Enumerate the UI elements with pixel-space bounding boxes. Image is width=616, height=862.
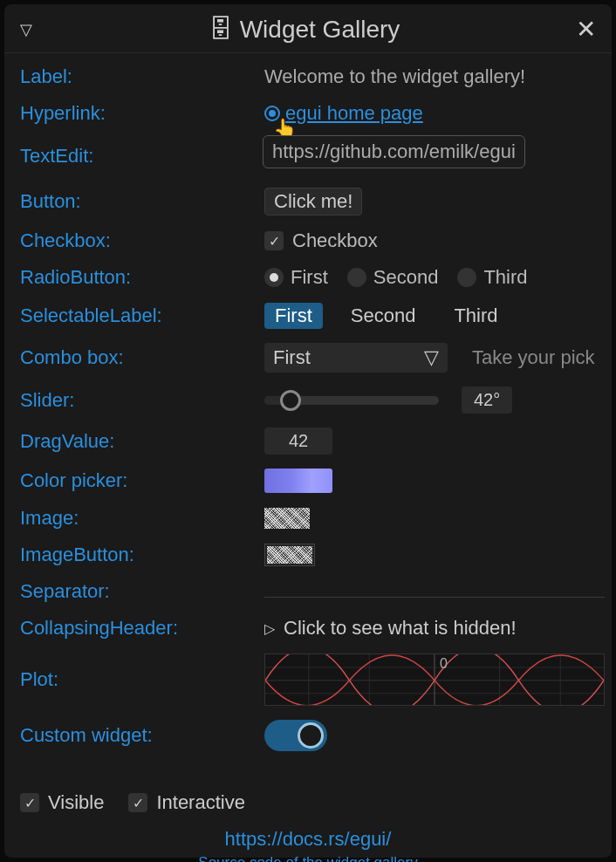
slider-row-name: Slider: — [20, 389, 264, 412]
selectable-first[interactable]: First — [264, 303, 323, 329]
footer-links: https://docs.rs/egui/ Source code of the… — [4, 814, 612, 862]
interactive-checkbox[interactable]: ✓ Interactive — [128, 791, 245, 814]
label-row-name: Label: — [20, 65, 264, 88]
click-me-button[interactable]: Click me! — [264, 188, 362, 216]
toggle-knob — [298, 722, 324, 749]
radio-third[interactable]: Third — [457, 266, 527, 289]
visible-label: Visible — [48, 791, 104, 814]
body-grid: Label: Welcome to the widget gallery! Hy… — [4, 53, 612, 760]
source-link[interactable]: Source code of the widget gallery — [4, 854, 612, 862]
close-icon[interactable]: ✕ — [576, 15, 596, 44]
check-icon: ✓ — [128, 793, 147, 812]
collapse-window-icon[interactable]: ▽ — [20, 20, 32, 39]
titlebar: ▽ 🗄 Widget Gallery ✕ — [4, 4, 612, 53]
combo-box[interactable]: First ▽ — [264, 343, 448, 373]
checkbox-label: Checkbox — [292, 229, 378, 252]
check-icon: ✓ — [264, 231, 284, 250]
checkbox-row-name: Checkbox: — [20, 229, 264, 252]
archive-icon: 🗄 — [209, 15, 233, 44]
custom-toggle[interactable] — [264, 720, 327, 751]
slider-value[interactable]: 42° — [462, 387, 512, 414]
radio-second[interactable]: Second — [347, 266, 439, 289]
collapsing-header[interactable]: ▷ Click to see what is hidden! — [264, 617, 517, 640]
hyperlink-tooltip: https://github.com/emilk/egui — [263, 135, 525, 168]
image-button[interactable] — [264, 544, 315, 566]
selectable-row-name: SelectableLabel: — [20, 304, 264, 327]
docs-link[interactable]: https://docs.rs/egui/ — [4, 828, 612, 851]
label-value: Welcome to the widget gallery! — [264, 65, 605, 88]
combo-hint: Take your pick — [472, 346, 595, 369]
window-title: Widget Gallery — [240, 16, 400, 44]
drag-row-name: DragValue: — [20, 430, 264, 453]
checkbox[interactable]: ✓ Checkbox — [264, 229, 378, 252]
imagebutton-row-name: ImageButton: — [20, 544, 264, 566]
check-icon: ✓ — [20, 793, 39, 812]
separator — [264, 597, 605, 598]
slider[interactable] — [264, 396, 439, 405]
combo-selected: First — [273, 346, 311, 369]
drag-value[interactable]: 42 — [264, 428, 332, 455]
interactive-label: Interactive — [156, 791, 245, 814]
selectable-third[interactable]: Third — [443, 303, 508, 329]
color-row-name: Color picker: — [20, 469, 264, 492]
triangle-right-icon: ▷ — [264, 620, 275, 637]
combo-row-name: Combo box: — [20, 346, 264, 369]
hyperlink-row-name: Hyperlink: — [20, 102, 264, 125]
collapsing-row-name: CollapsingHeader: — [20, 617, 264, 640]
color-picker[interactable] — [264, 469, 332, 493]
hyperlink-text: egui home page — [285, 102, 423, 125]
chevron-down-icon: ▽ — [424, 346, 439, 369]
textedit-row-name: TextEdit: — [20, 145, 264, 168]
plot[interactable]: 0 — [264, 653, 605, 706]
radio-row-name: RadioButton: — [20, 266, 264, 289]
visible-checkbox[interactable]: ✓ Visible — [20, 791, 104, 814]
plot-origin-label: 0 — [440, 656, 448, 672]
separator-row-name: Separator: — [20, 580, 264, 603]
custom-row-name: Custom widget: — [20, 724, 264, 747]
selectable-second[interactable]: Second — [340, 303, 427, 329]
slider-thumb[interactable] — [280, 390, 301, 411]
footer-checks: ✓ Visible ✓ Interactive — [4, 791, 612, 814]
collapsing-label: Click to see what is hidden! — [284, 617, 517, 640]
image-row-name: Image: — [20, 507, 264, 530]
textedit-cell: https://github.com/emilk/egui — [264, 139, 605, 174]
image — [264, 508, 310, 529]
radio-first[interactable]: First — [264, 266, 328, 289]
window: ▽ 🗄 Widget Gallery ✕ Label: Welcome to t… — [4, 4, 612, 858]
button-row-name: Button: — [20, 190, 264, 213]
plot-row-name: Plot: — [20, 668, 264, 691]
hyperlink-cell: egui home page 👆 — [264, 102, 605, 125]
